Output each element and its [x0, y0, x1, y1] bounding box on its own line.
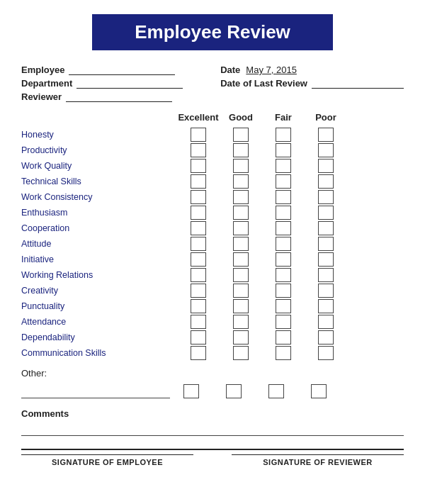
criteria-checkbox-excellent[interactable] — [177, 268, 220, 282]
criteria-checkboxes — [177, 346, 347, 360]
criteria-checkbox-excellent[interactable] — [177, 299, 220, 313]
criteria-checkbox-fair[interactable] — [262, 315, 305, 329]
criteria-checkbox-fair[interactable] — [262, 252, 305, 267]
comments-label: Comments — [21, 408, 69, 419]
criteria-checkbox-poor[interactable] — [305, 346, 347, 360]
criteria-row: Productivity — [21, 142, 404, 158]
criteria-checkbox-excellent[interactable] — [177, 221, 220, 235]
date-row: Date May 7, 2015 — [220, 65, 404, 75]
criteria-checkbox-good[interactable] — [220, 315, 262, 329]
signature-section: SIGNATURE OF EMPLOYEE SIGNATURE OF REVIE… — [21, 449, 404, 466]
criteria-section: HonestyProductivityWork QualityTechnical… — [21, 127, 404, 361]
signature-reviewer-line — [232, 454, 404, 455]
header-fair: Fair — [262, 112, 305, 123]
criteria-checkbox-excellent[interactable] — [177, 174, 220, 189]
other-checkboxes — [170, 384, 340, 398]
criteria-checkbox-poor[interactable] — [305, 190, 347, 204]
criteria-checkbox-poor[interactable] — [305, 252, 347, 267]
criteria-checkbox-fair[interactable] — [262, 206, 305, 220]
criteria-checkbox-excellent[interactable] — [177, 252, 220, 267]
criteria-name: Work Quality — [21, 161, 177, 171]
criteria-checkbox-fair[interactable] — [262, 128, 305, 142]
criteria-checkbox-excellent[interactable] — [177, 315, 220, 329]
other-checkbox-fair[interactable] — [255, 384, 298, 398]
criteria-checkbox-good[interactable] — [220, 268, 262, 282]
criteria-checkbox-excellent[interactable] — [177, 237, 220, 251]
criteria-checkbox-poor[interactable] — [305, 174, 347, 189]
criteria-checkbox-poor[interactable] — [305, 128, 347, 142]
criteria-checkbox-fair[interactable] — [262, 159, 305, 173]
comments-line-1[interactable] — [21, 425, 404, 436]
criteria-checkbox-good[interactable] — [220, 190, 262, 204]
criteria-checkbox-good[interactable] — [220, 299, 262, 313]
criteria-checkbox-fair[interactable] — [262, 221, 305, 235]
criteria-row: Attendance — [21, 314, 404, 330]
criteria-checkbox-fair[interactable] — [262, 346, 305, 360]
criteria-checkbox-poor[interactable] — [305, 206, 347, 220]
date-last-review-input-line[interactable] — [312, 79, 404, 89]
criteria-checkbox-fair[interactable] — [262, 299, 305, 313]
criteria-checkbox-good[interactable] — [220, 206, 262, 220]
criteria-checkbox-excellent[interactable] — [177, 143, 220, 157]
criteria-checkbox-fair[interactable] — [262, 143, 305, 157]
other-checkbox-good[interactable] — [212, 384, 255, 398]
header-excellent: Excellent — [177, 112, 220, 123]
criteria-name: Cooperation — [21, 223, 177, 233]
criteria-checkbox-poor[interactable] — [305, 143, 347, 157]
criteria-checkbox-good[interactable] — [220, 143, 262, 157]
criteria-row: Punctuality — [21, 298, 404, 314]
criteria-checkbox-excellent[interactable] — [177, 330, 220, 345]
criteria-checkbox-poor[interactable] — [305, 315, 347, 329]
criteria-name: Initiative — [21, 254, 177, 264]
criteria-checkbox-good[interactable] — [220, 284, 262, 298]
reviewer-input-line[interactable] — [66, 92, 172, 102]
criteria-checkbox-good[interactable] — [220, 128, 262, 142]
criteria-checkbox-excellent[interactable] — [177, 128, 220, 142]
criteria-checkbox-good[interactable] — [220, 174, 262, 189]
criteria-checkbox-poor[interactable] — [305, 237, 347, 251]
criteria-name: Dependability — [21, 332, 177, 342]
criteria-checkbox-good[interactable] — [220, 346, 262, 360]
criteria-checkbox-fair[interactable] — [262, 174, 305, 189]
criteria-checkboxes — [177, 190, 347, 204]
employee-row: Employee — [21, 65, 183, 75]
criteria-checkbox-poor[interactable] — [305, 284, 347, 298]
criteria-checkboxes — [177, 315, 347, 329]
criteria-checkbox-poor[interactable] — [305, 221, 347, 235]
criteria-checkbox-excellent[interactable] — [177, 284, 220, 298]
department-row: Department — [21, 78, 183, 89]
criteria-checkbox-poor[interactable] — [305, 330, 347, 345]
criteria-row: Cooperation — [21, 220, 404, 236]
criteria-checkbox-excellent[interactable] — [177, 190, 220, 204]
criteria-checkbox-excellent[interactable] — [177, 346, 220, 360]
criteria-checkbox-good[interactable] — [220, 237, 262, 251]
department-input-line[interactable] — [76, 79, 183, 89]
criteria-checkbox-poor[interactable] — [305, 268, 347, 282]
other-input-line[interactable] — [21, 386, 170, 398]
criteria-checkbox-fair[interactable] — [262, 237, 305, 251]
criteria-name: Productivity — [21, 145, 177, 155]
criteria-checkbox-good[interactable] — [220, 221, 262, 235]
criteria-checkbox-excellent[interactable] — [177, 159, 220, 173]
other-checkbox-excellent[interactable] — [170, 384, 212, 398]
criteria-checkbox-good[interactable] — [220, 159, 262, 173]
criteria-checkbox-poor[interactable] — [305, 299, 347, 313]
criteria-checkbox-fair[interactable] — [262, 268, 305, 282]
other-row — [21, 384, 404, 398]
criteria-name: Technical Skills — [21, 177, 177, 186]
info-right: Date May 7, 2015 Date of Last Review — [220, 65, 404, 102]
criteria-row: Work Consistency — [21, 189, 404, 205]
criteria-checkbox-fair[interactable] — [262, 190, 305, 204]
criteria-name: Punctuality — [21, 301, 177, 311]
department-label: Department — [21, 78, 72, 89]
criteria-checkbox-poor[interactable] — [305, 159, 347, 173]
criteria-checkbox-fair[interactable] — [262, 284, 305, 298]
criteria-checkbox-good[interactable] — [220, 330, 262, 345]
other-checkbox-poor[interactable] — [298, 384, 340, 398]
criteria-checkboxes — [177, 206, 347, 220]
criteria-checkbox-fair[interactable] — [262, 330, 305, 345]
criteria-checkbox-good[interactable] — [220, 252, 262, 267]
rating-header: Excellent Good Fair Poor — [177, 112, 404, 123]
criteria-checkbox-excellent[interactable] — [177, 206, 220, 220]
employee-input-line[interactable] — [69, 65, 175, 75]
